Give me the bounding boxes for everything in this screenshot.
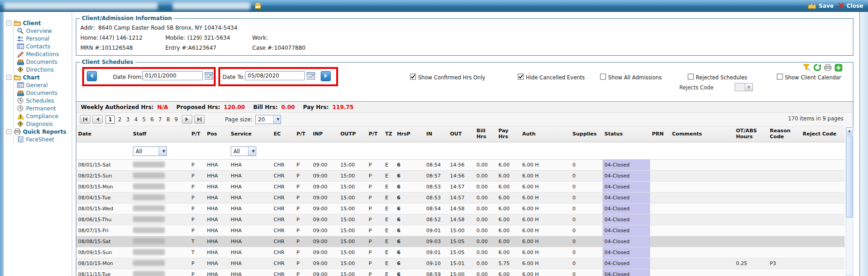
column-header-staff-1[interactable]: Staff	[131, 126, 190, 142]
column-header-ot-abs-hours-21[interactable]: OT/ABS Hours	[734, 126, 768, 142]
checkbox-rejected-schedules[interactable]: Rejected Schedules	[688, 73, 747, 81]
sidebar-item-schedules[interactable]: Schedules	[14, 97, 70, 104]
date-from-input[interactable]	[143, 71, 203, 80]
collapse-toggle-icon[interactable]: -	[6, 75, 11, 80]
filter-icon[interactable]	[803, 63, 811, 72]
sidebar-section-quick-reports[interactable]: -Quick Reports	[6, 128, 70, 135]
next-page-button[interactable]	[182, 115, 192, 124]
page-number-9[interactable]: 9	[172, 116, 180, 123]
sidebar-item-overview[interactable]: Overview	[14, 27, 70, 35]
checkbox-unchecked-icon[interactable]	[600, 73, 606, 81]
collapse-toggle-icon[interactable]: -	[6, 129, 11, 134]
service-filter-dropdown[interactable]: All▼	[231, 146, 256, 156]
schedule-row-08/07/15-Fri[interactable]: 08/07/15-FriPHHAHHACHRP09:0015:00PE609:0…	[76, 225, 845, 236]
column-header-out-13[interactable]: OUT	[448, 126, 475, 142]
page-number-2[interactable]: 2	[116, 116, 124, 123]
first-page-button[interactable]	[80, 115, 90, 124]
column-header-ec-5[interactable]: EC	[272, 126, 295, 142]
scroll-up-icon[interactable]: ▲	[846, 127, 853, 135]
collapse-toggle-icon[interactable]: -	[6, 21, 11, 26]
sidebar-section-client[interactable]: -Client	[6, 19, 70, 27]
page-number-8[interactable]: 8	[164, 116, 172, 123]
column-header-hrsp-11[interactable]: HrsP	[395, 126, 424, 142]
column-header-p-t-9[interactable]: P/T	[367, 126, 383, 142]
work-label: Work:	[252, 35, 268, 41]
column-header-comments-20[interactable]: Comments	[670, 126, 734, 142]
close-button[interactable]: Close	[838, 2, 863, 10]
schedule-row-08/06/15-Thu[interactable]: 08/06/15-ThuPHHAHHACHRP09:0015:00PE608:5…	[76, 214, 845, 225]
column-header-bill-hrs-14[interactable]: Bill Hrs	[475, 126, 497, 142]
date-to-calendar-icon[interactable]	[307, 72, 315, 80]
page-size-dropdown[interactable]: 20 ▼	[255, 115, 281, 124]
checkbox-unchecked-icon[interactable]	[777, 73, 783, 81]
page-number-4[interactable]: 4	[132, 116, 140, 123]
page-number-5[interactable]: 5	[140, 116, 148, 123]
sidebar-item-compliance[interactable]: Compliance	[14, 112, 70, 120]
scrollbar-thumb[interactable]	[846, 135, 853, 218]
print-icon[interactable]	[824, 63, 832, 72]
filter-value: All	[231, 148, 240, 155]
schedule-row-08/02/15-Sun[interactable]: 08/02/15-SunPHHAHHACHRP09:0015:00PE608:5…	[76, 171, 845, 182]
window-scrollbar[interactable]	[860, 12, 868, 276]
previous-page-button[interactable]	[92, 115, 103, 124]
column-header-pay-hrs-15[interactable]: Pay Hrs	[497, 126, 520, 142]
sidebar-item-permanent[interactable]: Permanent	[14, 104, 70, 112]
column-header-p-t-2[interactable]: P/T	[190, 126, 205, 142]
sidebar-item-documents[interactable]: Documents	[14, 89, 70, 97]
add-schedule-icon[interactable]	[834, 63, 842, 72]
page-number-6[interactable]: 6	[148, 116, 156, 123]
sidebar-item-general[interactable]: General	[14, 81, 70, 89]
staff-filter-dropdown[interactable]: All▼	[133, 146, 167, 156]
sidebar-section-chart[interactable]: -Chart	[6, 73, 70, 81]
sidebar-item-diagnosis[interactable]: Diagnosis	[14, 120, 70, 128]
schedule-row-08/04/15-Tue[interactable]: 08/04/15-TuePHHAHHACHRP09:0015:00PE608:5…	[76, 193, 845, 203]
column-header-pos-3[interactable]: Pos	[205, 126, 229, 142]
schedule-row-08/11/15-Tue[interactable]: 08/11/15-TuePHHAHHACHRP09:0015:00PE608:5…	[76, 269, 845, 276]
page-number-1[interactable]: 1	[106, 115, 115, 124]
sidebar-item-facesheet[interactable]: FaceSheet	[14, 135, 70, 143]
schedule-row-08/09/15-Sun[interactable]: 08/09/15-SunTHHAHHACHRP09:0015:00PE609:0…	[76, 247, 845, 258]
checkbox-show-client-calendar[interactable]: Show Client Calendar	[777, 73, 841, 81]
previous-period-button[interactable]	[87, 71, 97, 81]
schedule-row-08/08/15-Sat[interactable]: 08/08/15-SatTHHAHHACHRP09:0015:00PE609:0…	[76, 236, 845, 247]
save-button[interactable]: Save	[808, 2, 834, 10]
checkbox-show-confirmed-hrs-only[interactable]: Show Confirmed Hrs Only	[410, 73, 485, 81]
page-number-7[interactable]: 7	[156, 116, 164, 123]
date-from-calendar-icon[interactable]	[205, 72, 213, 80]
sidebar-item-medications[interactable]: Medications	[14, 50, 70, 58]
page-number-3[interactable]: 3	[124, 116, 132, 123]
schedule-row-08/10/15-Mon[interactable]: 08/10/15-MonPHHAHHACHRP09:0015:00PE609:1…	[76, 258, 845, 269]
column-header-inp-7[interactable]: INP	[311, 126, 339, 142]
schedule-row-08/01/15-Sat[interactable]: 08/01/15-SatPHHAHHACHRP09:0015:00PE608:5…	[76, 160, 845, 171]
column-header-reject-code-23[interactable]: Reject Code	[801, 126, 845, 142]
folder-icon	[13, 74, 21, 81]
sidebar-item-directions[interactable]: Directions	[14, 66, 70, 73]
checkbox-hide-cancelled-events[interactable]: Hide Cancelled Events	[518, 73, 585, 81]
column-header-in-12[interactable]: IN	[424, 126, 448, 142]
schedule-row-08/05/15-Wed[interactable]: 08/05/15-WedPHHAHHACHRP09:0015:00PE608:5…	[76, 203, 845, 214]
rejects-code-dropdown[interactable]: ▼	[735, 83, 753, 91]
column-header-tz-10[interactable]: TZ	[383, 126, 395, 142]
column-header-outp-8[interactable]: OUTP	[339, 126, 367, 142]
column-header-reason-code-22[interactable]: Reason Code	[768, 126, 801, 142]
last-page-button[interactable]	[194, 115, 205, 124]
column-header-date-0[interactable]: Date	[76, 126, 131, 142]
sidebar-item-documents[interactable]: Documents	[14, 58, 70, 66]
column-header-auth-16[interactable]: Auth	[520, 126, 571, 142]
next-period-button[interactable]	[321, 71, 331, 81]
grid-scrollbar[interactable]: ▲	[846, 127, 853, 276]
date-to-input[interactable]	[245, 71, 305, 80]
column-header-p-t-6[interactable]: P/T	[295, 126, 311, 142]
checkbox-unchecked-icon[interactable]	[688, 73, 694, 81]
checkbox-show-all-admissions[interactable]: Show All Admissions	[600, 73, 662, 81]
checkbox-checked-icon[interactable]	[410, 73, 416, 81]
column-header-prn-19[interactable]: PRN	[650, 126, 670, 142]
column-header-status-18[interactable]: Status	[603, 126, 650, 142]
schedule-row-08/03/15-Mon[interactable]: 08/03/15-MonPHHAHHACHRP09:0015:00PE608:5…	[76, 182, 845, 193]
column-header-supplies-17[interactable]: Supplies	[571, 126, 603, 142]
sidebar-item-contacts[interactable]: Contacts	[14, 42, 70, 50]
refresh-icon[interactable]	[813, 63, 821, 72]
checkbox-checked-icon[interactable]	[518, 73, 524, 81]
column-header-service-4[interactable]: Service	[229, 126, 272, 142]
sidebar-item-personal[interactable]: Personal	[14, 35, 70, 42]
